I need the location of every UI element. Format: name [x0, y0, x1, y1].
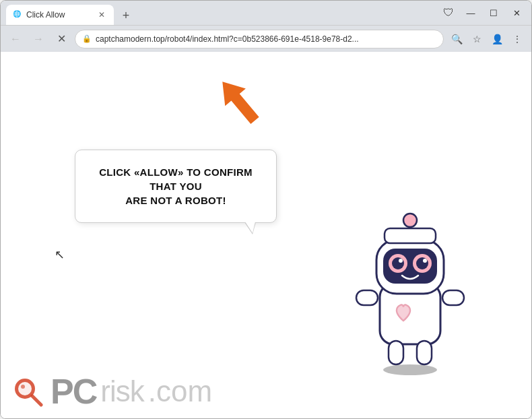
watermark: PC risk .com — [1, 364, 531, 418]
svg-rect-6 — [417, 341, 432, 364]
svg-rect-5 — [389, 341, 403, 364]
browser-window: 🌐 Click Allow ✕ + 🛡 — ☐ ✕ ← → ✕ 🔒 captch… — [0, 0, 532, 419]
magnifier-icon — [11, 375, 44, 408]
svg-point-19 — [18, 382, 32, 395]
pcrisk-suffix: risk — [100, 375, 143, 408]
back-button[interactable]: ← — [6, 30, 25, 49]
robot-image — [343, 189, 477, 378]
page-content: CLICK «ALLOW» TO CONFIRM THAT YOU ARE NO… — [1, 52, 531, 418]
lock-icon: 🔒 — [82, 34, 92, 43]
pcrisk-domain: .com — [148, 375, 212, 408]
svg-line-21 — [32, 396, 41, 405]
pcrisk-brand: PC — [51, 371, 96, 412]
tab-area: 🌐 Click Allow ✕ + — [6, 1, 437, 25]
svg-point-13 — [416, 257, 428, 269]
menu-button[interactable]: ⋮ — [508, 30, 526, 48]
profile-button[interactable]: 👤 — [488, 30, 506, 48]
speech-bubble: CLICK «ALLOW» TO CONFIRM THAT YOU ARE NO… — [75, 150, 277, 223]
tab-title: Click Allow — [26, 10, 92, 20]
svg-point-14 — [423, 259, 427, 263]
svg-marker-0 — [212, 73, 265, 129]
pcrisk-logo: PC risk .com — [51, 371, 212, 412]
shield-icon: 🛡 — [440, 4, 457, 22]
mouse-cursor: ↖ — [55, 247, 65, 262]
svg-point-10 — [392, 257, 404, 269]
svg-point-11 — [399, 259, 403, 263]
search-icon-button[interactable]: 🔍 — [448, 30, 465, 48]
title-bar: 🌐 Click Allow ✕ + 🛡 — ☐ ✕ — [1, 1, 531, 25]
new-tab-button[interactable]: + — [117, 6, 135, 25]
address-bar: ← → ✕ 🔒 captchamodern.top/robot4/index.h… — [1, 25, 531, 52]
address-bar-icons: 🔍 ☆ 👤 ⋮ — [448, 30, 526, 48]
svg-rect-3 — [356, 290, 378, 305]
url-text: captchamodern.top/robot4/index.html?c=0b… — [96, 34, 436, 44]
active-tab[interactable]: 🌐 Click Allow ✕ — [6, 5, 114, 25]
svg-rect-4 — [442, 290, 464, 305]
maximize-button[interactable]: ☐ — [484, 3, 503, 22]
window-controls: 🛡 — ☐ ✕ — [440, 3, 526, 22]
forward-button[interactable]: → — [29, 30, 48, 49]
tab-favicon: 🌐 — [13, 10, 22, 20]
bookmark-button[interactable]: ☆ — [468, 30, 486, 48]
url-bar[interactable]: 🔒 captchamodern.top/robot4/index.html?c=… — [75, 30, 444, 49]
close-button[interactable]: ✕ — [507, 3, 526, 22]
svg-rect-17 — [385, 228, 436, 243]
reload-button[interactable]: ✕ — [52, 30, 71, 49]
minimize-button[interactable]: — — [461, 3, 480, 22]
svg-point-16 — [403, 214, 417, 227]
svg-point-20 — [21, 385, 25, 389]
tab-close-button[interactable]: ✕ — [96, 9, 107, 20]
bubble-text: CLICK «ALLOW» TO CONFIRM THAT YOU ARE NO… — [94, 165, 257, 207]
